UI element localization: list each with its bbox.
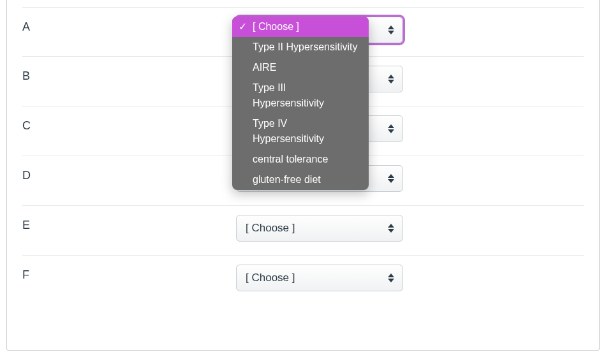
select-value: [ Choose ] [246, 272, 295, 284]
match-row-e: E [ Choose ] [22, 206, 584, 256]
updown-icon [387, 222, 395, 234]
updown-icon [387, 123, 395, 135]
match-row-f: F [ Choose ] [22, 256, 584, 305]
match-row-a: A [ Choose ] [ Choose ] Type II Hypersen… [22, 7, 584, 57]
match-row-label: F [22, 265, 236, 282]
dropdown-option[interactable]: Type III Hypersensitivity [232, 78, 369, 113]
select-value: [ Choose ] [246, 222, 295, 235]
match-row-control: [ Choose ] [236, 265, 403, 291]
match-row-label: E [22, 215, 236, 232]
updown-icon [387, 272, 395, 284]
page: A [ Choose ] [ Choose ] Type II Hypersen… [0, 0, 606, 364]
question-container: A [ Choose ] [ Choose ] Type II Hypersen… [6, 0, 600, 351]
dropdown-option[interactable]: AIRE [232, 57, 369, 78]
select-e[interactable]: [ Choose ] [236, 215, 403, 242]
dropdown-option[interactable]: Type II Hypersensitivity [232, 37, 369, 57]
updown-icon [387, 73, 395, 85]
dropdown-option[interactable]: Type IV Hypersensitivity [232, 113, 369, 149]
updown-icon [387, 24, 395, 36]
select-f[interactable]: [ Choose ] [236, 265, 403, 291]
updown-icon [387, 173, 395, 184]
dropdown-option[interactable]: central tolerance [232, 149, 369, 170]
match-row-control: [ Choose ] [ Choose ] Type II Hypersensi… [236, 17, 403, 43]
match-row-label: A [22, 17, 236, 34]
dropdown-option[interactable]: gluten-free diet [232, 170, 369, 190]
dropdown-option[interactable]: [ Choose ] [232, 17, 369, 37]
match-row-label: B [22, 66, 236, 83]
dropdown-menu: [ Choose ] Type II Hypersensitivity AIRE… [232, 17, 369, 190]
match-rows: A [ Choose ] [ Choose ] Type II Hypersen… [22, 7, 584, 305]
match-row-label: D [22, 165, 236, 182]
match-row-control: [ Choose ] [236, 215, 403, 242]
match-row-label: C [22, 115, 236, 133]
